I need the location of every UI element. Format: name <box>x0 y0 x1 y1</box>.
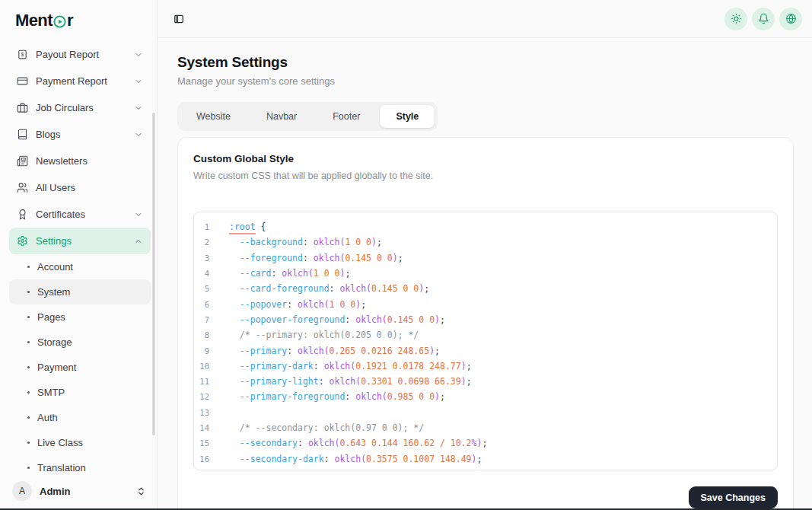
sidebar-item-label: Blogs <box>36 129 61 140</box>
tab-style[interactable]: Style <box>380 105 435 128</box>
code-line: 2 --background: oklch(1 0 0); <box>194 234 777 250</box>
page-title: System Settings <box>177 54 794 71</box>
sidebar-subitem-label: Payment <box>37 362 76 373</box>
sun-button[interactable] <box>724 8 747 30</box>
globe-button[interactable] <box>779 8 802 30</box>
chevron-down-icon <box>134 77 143 86</box>
code-line-text: :root { <box>209 222 266 232</box>
chevron-down-icon <box>134 210 143 219</box>
play-circle-icon <box>53 15 66 28</box>
sidebar-item-certificates[interactable]: Certificates <box>9 201 151 228</box>
code-line-text: --card: oklch(1 0 0); <box>209 268 350 279</box>
code-line: 7 --popover-foreground: oklch(0.145 0 0)… <box>194 312 777 327</box>
award-icon <box>17 209 28 220</box>
line-number: 15 <box>194 438 209 448</box>
sidebar-subitem-translation[interactable]: Translation <box>9 455 151 472</box>
bullet-dot-icon <box>27 266 30 268</box>
chevron-down-icon <box>134 104 143 113</box>
card-title: Custom Global Style <box>193 153 778 164</box>
tab-footer[interactable]: Footer <box>317 105 376 128</box>
sidebar: Ment r $Payout ReportPayment ReportJob C… <box>0 0 158 510</box>
bullet-dot-icon <box>27 316 30 318</box>
topbar <box>158 0 812 38</box>
sidebar-item-label: Settings <box>36 235 72 247</box>
banknote-icon: $ <box>17 49 28 60</box>
bullet-dot-icon <box>27 441 30 444</box>
code-line: 10 --primary-dark: oklch(0.1921 0.0178 2… <box>194 359 777 374</box>
sidebar-item-payout-report[interactable]: $Payout Report <box>9 41 151 68</box>
line-number: 4 <box>194 269 209 278</box>
sidebar-subitem-label: Account <box>37 261 73 273</box>
sidebar-item-label: All Users <box>36 182 75 193</box>
sidebar-subitem-label: System <box>37 286 70 298</box>
chevron-down-icon <box>134 130 143 139</box>
bell-button[interactable] <box>752 8 775 30</box>
code-line: 12 --primary-foreground: oklch(0.985 0 0… <box>194 389 777 404</box>
code-line-text: --popover: oklch(1 0 0); <box>209 299 366 310</box>
code-line-text: --popover-foreground: oklch(0.145 0 0); <box>209 314 445 325</box>
code-line: 8 /* --primary: oklch(0.205 0 0); */ <box>194 327 777 343</box>
sidebar-subitem-storage[interactable]: Storage <box>9 330 151 355</box>
sidebar-item-newsletters[interactable]: Newsletters <box>9 148 151 174</box>
code-line: 3 --foreground: oklch(0.145 0 0); <box>194 250 777 266</box>
code-line-text: /* --primary: oklch(0.205 0 0); */ <box>209 330 419 340</box>
logo-text-after: r <box>67 11 73 30</box>
line-number: 10 <box>194 362 209 371</box>
code-line: 9 --primary: oklch(0.265 0.0216 248.65); <box>194 343 777 358</box>
code-line-text: --primary: oklch(0.265 0.0216 248.65); <box>209 346 440 356</box>
line-number: 2 <box>194 237 209 247</box>
app-window: Ment r $Payout ReportPayment ReportJob C… <box>0 0 812 510</box>
sidebar-footer[interactable]: A Admin <box>0 472 157 510</box>
card-subtitle: Write custom CSS that will be applied gl… <box>193 171 778 181</box>
briefcase-icon <box>17 102 28 113</box>
code-line-text: --card-foreground: oklch(0.145 0 0); <box>209 283 429 294</box>
page-content: System Settings Manage your system's cor… <box>158 38 812 510</box>
bullet-dot-icon <box>27 467 30 469</box>
sidebar-item-label: Certificates <box>36 209 85 220</box>
bullet-dot-icon <box>27 366 30 368</box>
code-line: 5 --card-foreground: oklch(0.145 0 0); <box>194 281 777 296</box>
sidebar-subitem-system[interactable]: System <box>9 279 151 304</box>
bullet-dot-icon <box>27 391 30 394</box>
code-line: 13 <box>194 405 777 420</box>
logo-text-before: Ment <box>15 11 53 30</box>
tab-website[interactable]: Website <box>180 105 247 128</box>
chevron-up-icon <box>134 237 143 246</box>
sidebar-item-job-circulars[interactable]: Job Circulars <box>9 94 151 121</box>
sidebar-item-settings[interactable]: Settings <box>9 228 151 254</box>
line-number: 3 <box>194 253 209 263</box>
code-line-text: --primary-light: oklch(0.3301 0.0698 66.… <box>209 376 472 387</box>
line-number: 17 <box>194 470 209 470</box>
sidebar-subitem-pages[interactable]: Pages <box>9 304 151 330</box>
save-changes-button[interactable]: Save Changes <box>689 486 778 508</box>
sidebar-subitem-smtp[interactable]: SMTP <box>9 380 151 405</box>
sidebar-subitem-live-class[interactable]: Live Class <box>9 430 151 455</box>
sidebar-subitem-payment[interactable]: Payment <box>9 355 151 380</box>
code-line-text: /* --secondary: oklch(0.97 0 0); */ <box>209 422 424 433</box>
code-line: 11 --primary-light: oklch(0.3301 0.0698 … <box>194 374 777 389</box>
sidebar-subitem-auth[interactable]: Auth <box>9 405 151 430</box>
line-number: 5 <box>194 284 209 293</box>
gear-icon <box>17 235 28 247</box>
code-line-text: --primary-dark: oklch(0.1921 0.0178 248.… <box>209 361 472 371</box>
line-number: 16 <box>194 454 209 464</box>
globe-icon <box>785 13 797 24</box>
sidebar-item-all-users[interactable]: All Users <box>9 174 151 201</box>
bullet-dot-icon <box>27 291 30 293</box>
sidebar-item-label: Payment Report <box>36 75 107 87</box>
book-icon <box>17 129 28 140</box>
sidebar-subitem-account[interactable]: Account <box>9 254 151 279</box>
page-subtitle: Manage your system's core settings <box>177 75 794 87</box>
sidebar-scrollbar[interactable] <box>152 113 155 435</box>
svg-text:$: $ <box>21 52 24 57</box>
css-code-editor[interactable]: 1:root {2 --background: oklch(1 0 0);3 -… <box>193 212 778 470</box>
sidebar-item-blogs[interactable]: Blogs <box>9 121 151 148</box>
sidebar-item-label: Job Circulars <box>36 102 94 113</box>
sidebar-item-payment-report[interactable]: Payment Report <box>9 68 151 94</box>
panel-left-icon[interactable] <box>169 9 189 29</box>
tab-navbar[interactable]: Navbar <box>250 105 313 128</box>
bullet-dot-icon <box>27 341 30 343</box>
newspaper-icon <box>17 155 28 167</box>
line-number: 12 <box>194 392 209 401</box>
sidebar-subitem-label: Auth <box>37 412 58 423</box>
